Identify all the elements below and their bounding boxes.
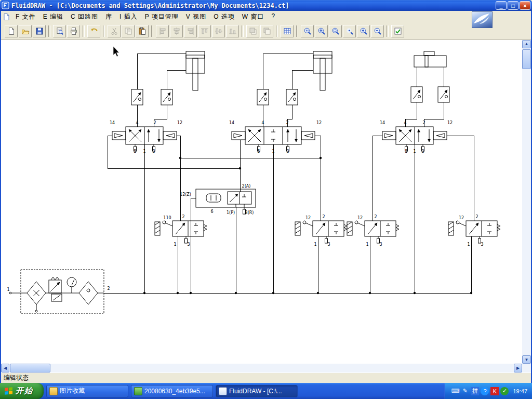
menu-item-edit[interactable]: E 编辑 <box>39 11 67 23</box>
align-center-icon <box>172 27 181 35</box>
print-button[interactable] <box>67 25 80 37</box>
align-right-button[interactable] <box>184 25 197 37</box>
align-left-button[interactable] <box>156 25 169 37</box>
scroll-up-button[interactable]: ▲ <box>522 40 531 48</box>
zoom-original-button[interactable] <box>301 25 314 37</box>
menu-item-help[interactable]: ? <box>268 11 280 23</box>
taskbar-item-3[interactable]: FluidDRAW - [C:\... <box>216 385 298 397</box>
air-service-unit[interactable] <box>9 270 104 313</box>
align-middle-button[interactable] <box>212 25 225 37</box>
diagram-label: 3 <box>152 149 155 154</box>
diagram-label: 14 <box>380 121 385 125</box>
minimize-button[interactable]: _ <box>496 1 507 10</box>
diagram-label: 3 <box>379 242 382 247</box>
align-bottom-button[interactable] <box>226 25 239 37</box>
taskbar-item-label: 20080630_4eb39e5... <box>144 388 205 395</box>
bring-to-front-button[interactable] <box>246 25 259 37</box>
zoom-out-button[interactable] <box>371 25 384 37</box>
save-button[interactable] <box>33 25 46 37</box>
toolbar-buttons <box>4 25 405 37</box>
diagram-label: 1 <box>174 242 176 247</box>
menu-item-view[interactable]: V 视图 <box>182 11 210 23</box>
zoom-previous-button[interactable] <box>343 25 356 37</box>
scrollbar-corner <box>522 364 531 373</box>
maximize-button[interactable]: □ <box>508 1 518 10</box>
align-top-button[interactable] <box>198 25 211 37</box>
pen-icon[interactable]: ✎ <box>461 387 469 395</box>
taskbar-item-2[interactable]: 20080630_4eb39e5... <box>131 385 213 397</box>
diagram-label: 4 <box>404 121 406 125</box>
fluiddraw-doc-icon <box>219 387 227 395</box>
menu-item-insert[interactable]: I 插入 <box>116 11 141 23</box>
desktop: FluidDRAW - [C:\Documents and Settings\A… <box>0 0 532 399</box>
messenger-icon[interactable]: ? <box>481 387 489 395</box>
antivirus-icon[interactable]: K <box>490 387 499 395</box>
menu-item-project[interactable]: P 项目管理 <box>141 11 182 23</box>
zoom-window-icon <box>331 27 340 35</box>
cylinder-1[interactable] <box>186 51 205 90</box>
taskbar-item-1[interactable]: 图片收藏 <box>46 385 128 397</box>
scroll-left-button[interactable]: ◀ <box>1 364 9 373</box>
zoom-window-button[interactable] <box>329 25 342 37</box>
diagram-label: 6 <box>210 209 213 214</box>
new-button[interactable] <box>5 25 18 37</box>
undo-button[interactable] <box>87 25 100 37</box>
grid-button[interactable] <box>281 25 294 37</box>
roller-valve-2[interactable] <box>295 221 347 243</box>
check-circuit-button[interactable] <box>391 25 404 37</box>
horizontal-scrollbar[interactable]: ◀ ▶ <box>1 364 522 373</box>
app-icon <box>2 2 9 9</box>
cylinder-2[interactable] <box>313 51 332 90</box>
menu-item-circuit[interactable]: C 回路图 <box>67 11 102 23</box>
flow-control-valves[interactable] <box>131 87 449 105</box>
menu-items: F 文件E 编辑C 回路图库I 插入P 项目管理V 视图O 选项W 窗口? <box>12 11 279 23</box>
circuit-diagram[interactable]: 14421251314421251314421251312(Z)2(A)61(P… <box>1 40 522 364</box>
menu-item-library[interactable]: 库 <box>102 11 116 23</box>
roller-valve-1[interactable] <box>155 221 207 243</box>
save-icon <box>35 27 44 35</box>
cut-button[interactable] <box>108 25 121 37</box>
horizontal-scroll-thumb[interactable] <box>10 364 50 373</box>
align-center-button[interactable] <box>170 25 183 37</box>
diagram-label: 1 <box>467 242 470 247</box>
vertical-scroll-thumb[interactable] <box>522 49 531 69</box>
diagram-label: 3 <box>286 149 289 154</box>
paste-button[interactable] <box>136 25 149 37</box>
menu-item-options[interactable]: O 选项 <box>210 11 238 23</box>
diagram-label: 5 <box>134 149 136 154</box>
roller-valve-4[interactable] <box>448 221 500 243</box>
vertical-scrollbar[interactable]: ▲ ▼ <box>522 40 531 364</box>
windows-logo-icon <box>4 386 13 396</box>
open-button[interactable] <box>19 25 32 37</box>
zoom-in-button[interactable] <box>357 25 370 37</box>
diagram-label: 1 <box>366 242 368 247</box>
roller-valve-3[interactable] <box>347 221 399 243</box>
keyboard-icon[interactable]: ⌨ <box>451 387 459 395</box>
paste-icon <box>138 27 147 35</box>
diagram-label: 2 <box>286 121 288 125</box>
drawing-canvas[interactable]: 14421251314421251314421251312(Z)2(A)61(P… <box>1 40 522 364</box>
copy-button[interactable] <box>122 25 135 37</box>
align-right-icon <box>187 27 195 35</box>
taskbar-clock[interactable]: 19:47 <box>513 388 527 394</box>
tray-icons: ⌨✎拼?K✓ <box>451 387 510 395</box>
scroll-right-button[interactable]: ▶ <box>514 364 522 373</box>
send-to-back-button[interactable] <box>260 25 273 37</box>
copy-icon <box>124 27 132 35</box>
scroll-down-button[interactable]: ▼ <box>522 355 531 364</box>
toolbar <box>1 23 531 40</box>
menu-item-file[interactable]: F 文件 <box>12 11 39 23</box>
ime-icon[interactable]: 拼 <box>471 387 479 395</box>
zoom-fit-button[interactable] <box>315 25 328 37</box>
menu-item-window[interactable]: W 窗口 <box>238 11 268 23</box>
cylinder-3[interactable] <box>414 51 446 67</box>
start-button[interactable]: 开始 <box>0 383 44 399</box>
diagram-label: 2 <box>475 215 478 219</box>
taskbar-items: 图片收藏20080630_4eb39e5...FluidDRAW - [C:\.… <box>44 383 298 399</box>
toolbar-separator <box>48 25 50 37</box>
print-preview-button[interactable] <box>53 25 66 37</box>
security-icon[interactable]: ✓ <box>500 387 509 395</box>
close-button[interactable]: × <box>520 1 530 10</box>
open-icon <box>21 27 30 35</box>
mouse-cursor <box>113 46 119 57</box>
